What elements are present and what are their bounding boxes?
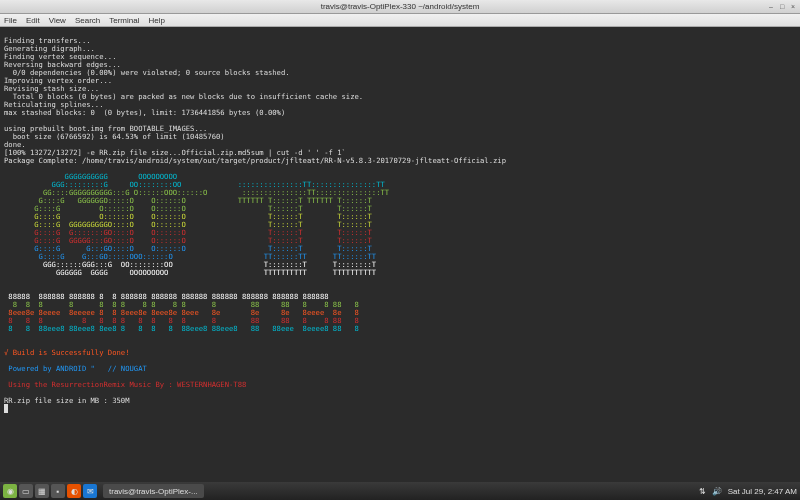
volume-icon[interactable]: 🔊 [712, 487, 722, 496]
menu-search[interactable]: Search [75, 16, 100, 25]
ascii-art: 8 8 88eee8 88eee8 8ee8 8 8 8 8 88eee8 88… [4, 324, 359, 333]
line: boot size (6766592) is 64.53% of limit (… [4, 132, 225, 141]
line: Package Complete: /home/travis/android/s… [4, 156, 506, 165]
thunderbird-icon[interactable]: ✉ [83, 484, 97, 498]
taskbar: ◉ ▭ ▦ ▪ ◐ ✉ travis@travis-OptiPlex-... ⇅… [0, 482, 800, 500]
minimize-button[interactable]: – [767, 3, 775, 11]
file-manager-icon[interactable]: ▦ [35, 484, 49, 498]
maximize-button[interactable]: □ [778, 3, 786, 11]
remix-credit: Using the ResurrectionRemix Music By : W… [4, 380, 246, 389]
show-desktop-icon[interactable]: ▭ [19, 484, 33, 498]
window-title: travis@travis-OptiPlex-330 ~/android/sys… [321, 2, 480, 11]
close-button[interactable]: × [789, 3, 797, 11]
menu-help[interactable]: Help [148, 16, 164, 25]
taskbar-right: ⇅ 🔊 Sat Jul 29, 2:47 AM [699, 487, 797, 496]
menu-edit[interactable]: Edit [26, 16, 40, 25]
line: max stashed blocks: 0 (0 bytes), limit: … [4, 108, 285, 117]
build-done: √ Build is Successfully Done! [4, 348, 130, 357]
cursor [4, 404, 8, 413]
clock[interactable]: Sat Jul 29, 2:47 AM [728, 487, 797, 496]
titlebar: travis@travis-OptiPlex-330 ~/android/sys… [0, 0, 800, 14]
terminal-icon[interactable]: ▪ [51, 484, 65, 498]
terminal-output[interactable]: Finding transfers... Generating digraph.… [0, 27, 800, 482]
terminal-window: travis@travis-OptiPlex-330 ~/android/sys… [0, 0, 800, 482]
menu-terminal[interactable]: Terminal [109, 16, 139, 25]
powered-by: Powered by ANDROID " // NOUGAT [4, 364, 147, 373]
menu-view[interactable]: View [49, 16, 66, 25]
firefox-icon[interactable]: ◐ [67, 484, 81, 498]
menu-file[interactable]: File [4, 16, 17, 25]
network-icon[interactable]: ⇅ [699, 487, 706, 496]
start-menu-icon[interactable]: ◉ [3, 484, 17, 498]
taskbar-app[interactable]: travis@travis-OptiPlex-... [103, 484, 204, 498]
file-size: RR.zip file size in MB : 350M [4, 396, 130, 405]
window-controls: – □ × [767, 3, 797, 11]
ascii-art: GGGGGG GGGG OOOOOOOOO TTTTTTTTTT TTTTTTT… [4, 268, 376, 277]
menubar: File Edit View Search Terminal Help [0, 14, 800, 27]
taskbar-left: ◉ ▭ ▦ ▪ ◐ ✉ travis@travis-OptiPlex-... [3, 484, 204, 498]
